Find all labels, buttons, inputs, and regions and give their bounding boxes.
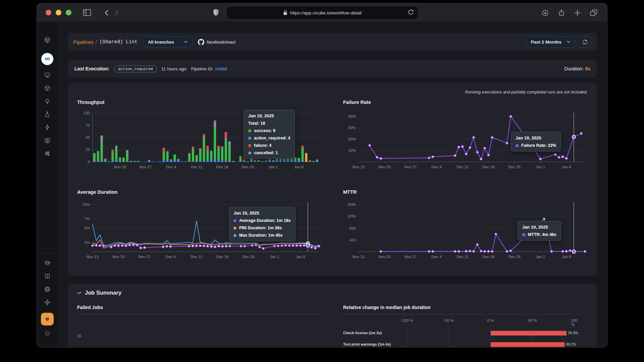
svg-text:Nov 27: Nov 27 [140,165,152,169]
breadcrumb-pipelines[interactable]: Pipelines [73,39,94,45]
failed-jobs-block: Failed Jobs 1612 [77,305,322,347]
sidebar-toggle-icon[interactable] [83,9,91,16]
svg-text:Dec 18: Dec 18 [482,165,494,169]
back-icon[interactable] [104,9,109,16]
svg-text:Dec 18: Dec 18 [482,255,494,259]
titlebar-actions [541,3,607,22]
svg-text:Dec 18: Dec 18 [216,165,228,169]
chart-tooltip: Jan 10, 2025MTTR: 4m 46s [518,221,561,241]
collapse-chevron-icon[interactable] [77,292,82,294]
monitor-icon[interactable] [41,69,54,81]
chart-title: Throughput [77,100,322,105]
status-badge: action_required [114,65,157,72]
browser-titlebar: https://app.cicube.io/workflow-detail [37,3,607,22]
browser-window: https://app.cicube.io/workflow-detail [37,3,607,347]
chart-tooltip: Jan 10, 2025Average Duration: 1m 18sP95 … [229,207,296,241]
branches-dropdown[interactable]: All branches [143,36,193,48]
chart-title: Average Duration [77,189,322,195]
minimize-window-button[interactable] [56,10,61,15]
execution-time-ago: 11 hours ago [161,66,186,71]
last-execution-label: Last Execution: [74,66,109,71]
close-window-button[interactable] [46,10,51,15]
tab-overview-icon[interactable] [590,9,598,17]
repo-name: facebook/react [207,40,235,45]
date-range-dropdown[interactable]: Past 2 Months [526,36,575,48]
chevron-down-icon [184,41,187,43]
svg-text:10m: 10m [83,202,90,206]
svg-text:Jan 8: Jan 8 [294,165,304,169]
average-duration-block: Average Duration 2m5m7m10mNov 13Nov 20No… [77,189,322,262]
charts-grid: Throughput 0255075100Nov 20Nov 27Dec 4De… [77,100,588,262]
svg-text:Jan 1: Jan 1 [270,255,279,259]
chevron-down-icon [567,41,570,43]
workspace-cube-icon[interactable] [41,34,54,46]
throughput-block: Throughput 0255075100Nov 20Nov 27Dec 4De… [77,100,322,173]
sidebar-divider [42,253,53,254]
last-execution-bar: Last Execution: action_required 11 hours… [68,60,597,78]
svg-text:Dec 4: Dec 4 [431,165,442,169]
reload-icon[interactable] [408,9,414,16]
job-summary-panel: Job Summary Failed Jobs 1612 Relative ch… [68,284,597,347]
breadcrumb-current: (Shared) Lint [100,39,138,45]
lock-icon [283,10,287,15]
download-icon[interactable] [541,9,549,17]
svg-text:7m: 7m [85,217,90,221]
svg-text:41h: 41h [350,238,356,242]
svg-text:Jan 1: Jan 1 [269,165,278,169]
lightning-icon[interactable] [41,121,54,134]
meta-logo-icon[interactable]: ∞ [41,53,54,65]
sliders-icon[interactable] [41,147,54,160]
page-header: Pipelines / (Shared) Lint All branches f… [68,33,597,51]
package-icon[interactable] [41,82,54,95]
svg-text:Nov 20: Nov 20 [114,165,126,169]
svg-text:30%: 30% [348,126,356,130]
app-body: ∞ [37,22,607,347]
forward-icon[interactable] [115,9,119,16]
svg-text:40%: 40% [348,114,356,118]
breadcrumb-separator: / [96,39,97,45]
date-range-label: Past 2 Months [531,40,561,45]
new-tab-icon[interactable] [574,9,581,16]
svg-text:Dec 4: Dec 4 [165,255,176,259]
svg-text:5m: 5m [85,226,90,230]
window-controls [46,10,71,15]
sphere-icon[interactable] [41,327,54,340]
svg-text:Dec 18: Dec 18 [216,255,228,259]
svg-text:Jan 1: Jan 1 [536,165,545,169]
graduation-cap-icon[interactable] [41,257,54,269]
svg-text:50: 50 [86,135,90,139]
svg-text:Dec 11: Dec 11 [457,255,469,259]
heart-icon[interactable] [41,313,54,325]
svg-text:10%: 10% [348,148,356,153]
relative-change-title: Relative change in median job duration [343,305,588,314]
mttr-chart: 41h83h125h166hNov 13Nov 20Nov 27Dec 4Dec… [343,199,588,262]
relative-change-block: Relative change in median job duration -… [343,305,588,347]
svg-text:Nov 20: Nov 20 [378,165,390,169]
duration-readout: Duration:0s [565,66,590,71]
pipeline-id-link[interactable]: #4884 [215,66,227,71]
globe-icon[interactable] [41,283,54,296]
address-bar[interactable]: https://app.cicube.io/workflow-detail [227,6,418,19]
failure-rate-block: Failure Rate 10%20%30%40%Nov 13Nov 20Nov… [343,100,588,173]
book-icon[interactable] [41,270,54,283]
svg-text:Jan 8: Jan 8 [296,255,305,259]
svg-text:166h: 166h [347,202,356,206]
shield-icon[interactable] [213,9,219,17]
duration-label: Duration: [565,66,584,71]
svg-text:Jan 8: Jan 8 [562,255,571,259]
share-icon[interactable] [558,9,565,17]
refresh-button[interactable] [578,36,592,48]
slack-icon[interactable] [41,296,54,309]
lightbulb-icon[interactable] [41,95,54,108]
repo-link[interactable]: facebook/react [198,39,235,45]
average-duration-chart: 2m5m7m10mNov 13Nov 20Nov 27Dec 4Dec 11De… [77,199,322,262]
github-icon [198,39,204,45]
screen-share-icon[interactable] [41,134,54,147]
metrics-panel: Running executions and partially complet… [68,83,597,276]
svg-text:Nov 13: Nov 13 [353,255,365,259]
svg-text:Nov 13: Nov 13 [87,255,99,259]
svg-text:Jan 8: Jan 8 [562,165,571,169]
zoom-window-button[interactable] [66,10,71,15]
flask-icon[interactable] [41,108,54,121]
svg-text:Dec 25: Dec 25 [508,165,521,169]
